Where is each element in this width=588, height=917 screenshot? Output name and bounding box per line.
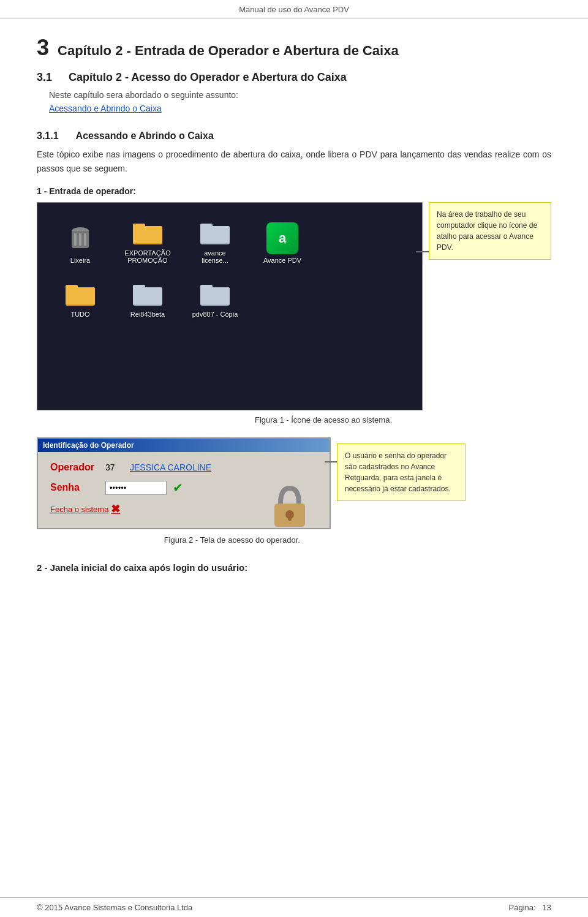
section-title: Capítulo 2 - Acesso do Operador e Abertu…	[69, 71, 347, 84]
operator-titlebar: Identificação do Operador	[38, 439, 330, 452]
section-link[interactable]: Acessando e Abrindo o Caixa	[49, 104, 162, 113]
checkmark-icon: ✔	[173, 480, 183, 495]
desktop-icons-row1: Lixeira EXPORTAÇÃO PROMOÇÃO	[56, 215, 404, 264]
folder-rei843-icon	[132, 276, 164, 308]
subsection-number: 3.1.1	[37, 130, 59, 142]
figure2-area: Identificação do Operador Operador 37 JE…	[37, 437, 551, 545]
callout2-box: O usuário e senha do operador são cadast…	[337, 443, 466, 501]
callout1-box: Na área de trabalho de seu computador cl…	[429, 202, 551, 260]
lock-icon	[262, 479, 317, 534]
icon-label-lixeira: Lixeira	[70, 257, 90, 264]
figure2-wrapper: Identificação do Operador Operador 37 JE…	[37, 437, 331, 545]
figure2-caption: Figura 2 - Tela de acesso do operador.	[164, 535, 312, 545]
fecha-label: Fecha o sistema	[50, 505, 108, 514]
operator-label: Operador	[50, 462, 99, 473]
svg-rect-19	[200, 287, 230, 304]
icon-label-pdv807: pdv807 - Cópia	[192, 311, 238, 318]
svg-rect-10	[200, 226, 230, 243]
content-area: 3 Capítulo 2 - Entrada de Operador e Abe…	[0, 18, 588, 628]
icon-label-tudo: TUDO	[70, 311, 89, 318]
svg-rect-13	[66, 287, 95, 304]
folder-pdv807-icon	[199, 276, 231, 308]
footer-page: Página: 13	[509, 903, 551, 912]
desktop-icon-lixeira: Lixeira	[56, 222, 105, 264]
section-intro: Neste capítulo sera abordado o seguinte …	[37, 90, 551, 100]
folder-tudo-icon	[64, 276, 96, 308]
step1-label: 1 - Entrada de operador:	[37, 186, 551, 196]
page-header: Manual de uso do Avance PDV	[0, 0, 588, 18]
desktop-icons-row2: TUDO Rei843beta	[56, 276, 404, 318]
callout1-text: Na área de trabalho de seu computador cl…	[437, 210, 537, 252]
page-footer: © 2015 Avance Sistemas e Consultoria Ltd…	[0, 897, 588, 917]
footer-page-number: 13	[543, 903, 551, 912]
chapter-heading: 3 Capítulo 2 - Entrada de Operador e Abe…	[37, 37, 551, 59]
svg-rect-7	[133, 226, 162, 243]
subsection-title: Acessando e Abrindo o Caixa	[76, 130, 214, 142]
icon-label-exportacao: EXPORTAÇÃO PROMOÇÃO	[124, 249, 170, 264]
desktop-icon-pdv807: pdv807 - Cópia	[190, 276, 239, 318]
callout2-text: O usuário e senha do operador são cadast…	[345, 451, 451, 493]
section-number: 3.1	[37, 71, 59, 84]
x-icon: ✖	[111, 502, 120, 516]
step2-label: 2 - Janela inicial do caixa após login d…	[37, 562, 551, 573]
subsection-heading: 3.1.1 Acessando e Abrindo o Caixa	[37, 130, 551, 142]
svg-rect-3	[79, 233, 81, 246]
subsection-body: Este tópico exibe nas imagens o procedim…	[37, 148, 551, 175]
figure1-caption: Figura 1 - Ícone de acesso ao sistema.	[255, 415, 404, 425]
icon-label-avance-pdv: Avance PDV	[263, 257, 301, 264]
chapter-title: Capítulo 2 - Entrada de Operador e Abert…	[58, 43, 399, 59]
folder-license-icon	[199, 215, 231, 247]
svg-rect-2	[74, 233, 77, 246]
desktop-icon-avance-license: avance license...	[190, 215, 239, 264]
svg-rect-16	[133, 287, 162, 304]
desktop-icon-tudo: TUDO	[56, 276, 105, 318]
figure1-area: Lixeira EXPORTAÇÃO PROMOÇÃO	[37, 202, 551, 425]
operator-name: JESSICA CAROLINE	[130, 462, 211, 472]
operator-login-window: Identificação do Operador Operador 37 JE…	[37, 437, 331, 529]
operator-body: Operador 37 JESSICA CAROLINE Senha ✔ Fec…	[38, 452, 330, 528]
password-input[interactable]	[105, 481, 167, 495]
desktop-icon-exportacao: EXPORTAÇÃO PROMOÇÃO	[123, 215, 172, 264]
desktop-screenshot: Lixeira EXPORTAÇÃO PROMOÇÃO	[37, 202, 423, 410]
operator-row: Operador 37 JESSICA CAROLINE	[50, 462, 317, 473]
svg-rect-4	[84, 233, 86, 246]
section-heading: 3.1 Capítulo 2 - Acesso do Operador e Ab…	[37, 71, 551, 84]
desktop-icon-rei843: Rei843beta	[123, 276, 172, 318]
chapter-number: 3	[37, 37, 49, 59]
icon-label-avance-license: avance license...	[190, 249, 239, 264]
svg-rect-24	[288, 515, 292, 521]
folder-exportacao-icon	[132, 215, 164, 247]
icon-label-rei843: Rei843beta	[130, 311, 165, 318]
password-label: Senha	[50, 482, 99, 493]
desktop-icon-avance-pdv: a Avance PDV	[258, 222, 307, 264]
figure1-wrapper: Lixeira EXPORTAÇÃO PROMOÇÃO	[37, 202, 423, 425]
footer-copyright: © 2015 Avance Sistemas e Consultoria Ltd…	[37, 903, 192, 912]
footer-page-label: Página:	[509, 903, 536, 912]
operator-titlebar-text: Identificação do Operador	[43, 441, 134, 450]
trash-icon	[64, 222, 96, 254]
header-title: Manual de uso do Avance PDV	[239, 5, 349, 14]
avance-pdv-icon: a	[266, 222, 298, 254]
operator-number: 37	[105, 462, 124, 472]
